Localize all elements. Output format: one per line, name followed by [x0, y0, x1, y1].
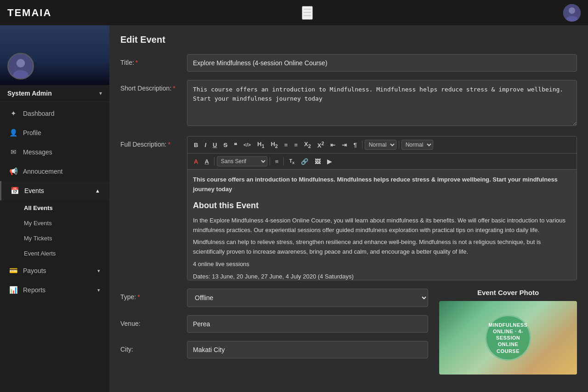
- rte-content-h2: About this Event: [193, 199, 571, 212]
- events-chevron-icon: ▲: [95, 188, 100, 193]
- title-input[interactable]: [187, 54, 577, 72]
- city-input[interactable]: [187, 341, 428, 358]
- rte-direction-button[interactable]: ¶: [351, 140, 359, 150]
- bottom-form-left: Type:* Offline Online Hybrid Venue:: [120, 289, 428, 375]
- rte-content-para2: Mindfulness can help to relieve stress, …: [193, 238, 571, 257]
- sidebar-item-label: Profile: [23, 129, 41, 136]
- rte-content-area[interactable]: This course offers an introduction to Mi…: [187, 170, 577, 280]
- type-required: *: [137, 293, 140, 301]
- subnav-my-tickets[interactable]: My Tickets: [0, 231, 109, 246]
- rte-bg-color-button[interactable]: A: [202, 157, 211, 166]
- city-row: City:: [120, 341, 428, 358]
- rte-font-select[interactable]: Sans SerifSerifMonospace: [217, 156, 267, 166]
- sidebar-username: System Admin: [7, 90, 52, 97]
- rte-content-line4: Dates: 13 June, 20 June, 27 June, 4 July…: [193, 272, 571, 280]
- rte-code-button[interactable]: </>: [241, 141, 254, 149]
- sidebar-item-label: Messages: [23, 148, 52, 156]
- sidebar-nav: ✦ Dashboard 👤 Profile ✉ Messages 📢 Annou…: [0, 102, 109, 392]
- sidebar-item-reports[interactable]: 📊 Reports ▾: [0, 280, 109, 300]
- subnav-all-events[interactable]: All Events: [0, 200, 109, 216]
- title-required: *: [136, 59, 138, 66]
- sidebar-item-label: Annoucement: [23, 168, 62, 175]
- sidebar: System Admin ▾ ✦ Dashboard 👤 Profile ✉ M…: [0, 25, 109, 392]
- rte-ol-button[interactable]: ≡: [282, 140, 291, 150]
- profile-icon: 👤: [9, 129, 17, 137]
- cover-photo-section: Event Cover Photo mindfulnessonline · 4-…: [439, 289, 577, 375]
- payouts-icon: 💳: [9, 267, 17, 275]
- sidebar-chevron-icon[interactable]: ▾: [99, 90, 102, 97]
- rte-content-line3: 4 online live sessions: [193, 260, 571, 269]
- rte-align-left-button[interactable]: ≡: [272, 157, 282, 166]
- title-label: Title:*: [120, 54, 187, 66]
- sidebar-item-dashboard[interactable]: ✦ Dashboard: [0, 104, 109, 123]
- short-desc-input[interactable]: [187, 80, 577, 126]
- rte-divider5: [283, 157, 284, 165]
- rte-divider1: [362, 141, 362, 149]
- sidebar-item-label: Dashboard: [23, 110, 55, 117]
- rte-indent-inc-button[interactable]: ⇥: [339, 140, 350, 150]
- venue-field: [187, 315, 428, 333]
- rich-text-editor: B I U S ❝ </> H1 H2 ≡ ≡ X2 X2 ⇤ ⇥: [187, 136, 577, 280]
- sidebar-item-announcement[interactable]: 📢 Annoucement: [0, 162, 109, 181]
- sidebar-item-messages[interactable]: ✉ Messages: [0, 142, 109, 162]
- rte-image-button[interactable]: 🖼: [312, 157, 323, 166]
- venue-row: Venue:: [120, 315, 428, 333]
- title-field: [187, 54, 577, 72]
- short-desc-label: Short Description:*: [120, 80, 187, 92]
- venue-input[interactable]: [187, 315, 428, 333]
- rte-bold-button[interactable]: B: [191, 140, 201, 150]
- reports-icon: 📊: [9, 286, 17, 294]
- app-logo: TEMAIA: [7, 7, 51, 19]
- full-desc-row: Full Description:* B I U S ❝ </> H1 H2 ≡: [120, 136, 577, 280]
- type-field: Offline Online Hybrid: [187, 289, 428, 307]
- rte-superscript-button[interactable]: X2: [315, 139, 327, 150]
- sidebar-banner: [0, 25, 109, 85]
- rte-font-color-button[interactable]: A: [191, 157, 201, 166]
- rte-toolbar-row2: A A Sans SerifSerifMonospace ≡ Tx 🔗 🖼 ▶: [187, 153, 577, 170]
- full-desc-required: *: [168, 141, 170, 148]
- subnav-event-alerts[interactable]: Event Alerts: [0, 246, 109, 261]
- bottom-form: Type:* Offline Online Hybrid Venue:: [120, 289, 577, 375]
- rte-format-select[interactable]: NormalH1H2: [365, 140, 396, 150]
- city-label: City:: [120, 341, 187, 353]
- sidebar-username-row[interactable]: System Admin ▾: [0, 85, 109, 102]
- rte-strikethrough-button[interactable]: S: [220, 140, 230, 150]
- rte-underline-button[interactable]: U: [210, 140, 220, 150]
- rte-blockquote-button[interactable]: ❝: [231, 140, 240, 150]
- reports-chevron-icon: ▾: [97, 287, 100, 293]
- sidebar-item-payouts[interactable]: 💳 Payouts ▾: [0, 261, 109, 280]
- short-desc-field: [187, 80, 577, 128]
- topbar: TEMAIA ☰: [0, 0, 588, 25]
- page-title: Edit Event: [120, 34, 577, 45]
- sidebar-item-label: Events: [24, 187, 44, 194]
- sidebar-item-events[interactable]: 📅 Events ▲: [0, 181, 109, 200]
- type-select[interactable]: Offline Online Hybrid: [187, 289, 428, 307]
- rte-toolbar-row1: B I U S ❝ </> H1 H2 ≡ ≡ X2 X2 ⇤ ⇥: [187, 136, 577, 153]
- content-area: Edit Event Title:* Short Description:* F…: [109, 25, 588, 392]
- cover-photo-title: Event Cover Photo: [439, 289, 577, 296]
- rte-h2-button[interactable]: H2: [268, 139, 280, 150]
- rte-divider3: [214, 157, 215, 165]
- sidebar-item-label: Payouts: [23, 267, 46, 274]
- svg-point-1: [569, 7, 575, 14]
- rte-content-line1: This course offers an introduction to Mi…: [193, 175, 571, 194]
- cover-circle: mindfulnessonline · 4-sessiononline cour…: [485, 315, 531, 361]
- rte-ul-button[interactable]: ≡: [291, 140, 300, 150]
- rte-indent-dec-button[interactable]: ⇤: [328, 140, 338, 150]
- subnav-my-events[interactable]: My Events: [0, 216, 109, 231]
- type-label: Type:*: [120, 289, 187, 301]
- hamburger-button[interactable]: ☰: [302, 6, 313, 20]
- rte-italic-button[interactable]: I: [202, 140, 209, 150]
- rte-subscript-button[interactable]: X2: [301, 139, 314, 150]
- rte-clear-format-button[interactable]: Tx: [286, 157, 297, 166]
- rte-link-button[interactable]: 🔗: [298, 157, 311, 166]
- dashboard-icon: ✦: [9, 109, 17, 118]
- rte-divider2: [399, 141, 399, 149]
- short-desc-row: Short Description:*: [120, 80, 577, 128]
- sidebar-item-profile[interactable]: 👤 Profile: [0, 123, 109, 142]
- rte-h1-button[interactable]: H1: [254, 139, 267, 150]
- cover-circle-text: mindfulnessonline · 4-sessiononline cour…: [486, 322, 530, 354]
- user-avatar[interactable]: [563, 4, 581, 22]
- rte-video-button[interactable]: ▶: [324, 157, 334, 166]
- rte-size-select[interactable]: NormalSmallLarge: [401, 140, 433, 150]
